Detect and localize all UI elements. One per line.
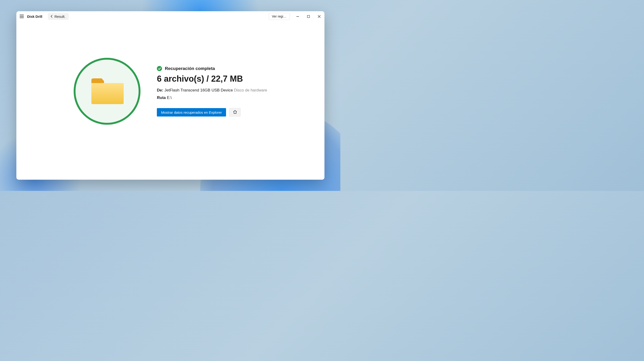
show-in-explorer-button[interactable]: Mostrar datos recuperados en Explorer — [157, 108, 226, 117]
home-icon — [233, 110, 237, 115]
chevron-left-icon — [50, 15, 53, 19]
recovery-summary: 6 archivo(s) / 22,7 MB — [157, 74, 267, 84]
status-label: Recuperación completa — [165, 66, 215, 71]
path-label: Ruta — [157, 96, 166, 100]
status-row: Recuperación completa — [157, 66, 267, 71]
titlebar: Disk Drill Result. Ver regis... — [16, 11, 324, 22]
app-window: Disk Drill Result. Ver regis... — [16, 11, 324, 180]
path-line: Ruta E:\ — [157, 96, 267, 100]
result-details: Recuperación completa 6 archivo(s) / 22,… — [157, 66, 267, 117]
back-button[interactable]: Result. — [48, 13, 69, 20]
hamburger-menu-icon[interactable] — [20, 14, 25, 19]
view-log-button[interactable]: Ver regis... — [269, 13, 290, 20]
svg-rect-1 — [307, 15, 310, 18]
from-device-type: Disco de hardware — [234, 88, 267, 92]
result-content: Recuperación completa 6 archivo(s) / 22,… — [16, 22, 324, 180]
minimize-button[interactable] — [292, 11, 303, 22]
window-controls — [292, 11, 324, 22]
back-button-label: Result. — [54, 15, 66, 19]
action-row: Mostrar datos recuperados en Explorer — [157, 108, 267, 117]
checkmark-success-icon — [157, 66, 162, 71]
source-device-line: De: JetFlash Transcend 16GB USB Device D… — [157, 88, 267, 93]
close-button[interactable] — [314, 11, 324, 22]
result-success-circle — [74, 58, 140, 125]
folder-icon — [90, 78, 124, 105]
home-button[interactable] — [229, 108, 240, 117]
path-value: E:\ — [167, 96, 172, 100]
maximize-button[interactable] — [303, 11, 314, 22]
from-device-name: JetFlash Transcend 16GB USB Device — [164, 88, 233, 92]
app-title: Disk Drill — [27, 15, 42, 19]
from-label: De: — [157, 88, 163, 92]
